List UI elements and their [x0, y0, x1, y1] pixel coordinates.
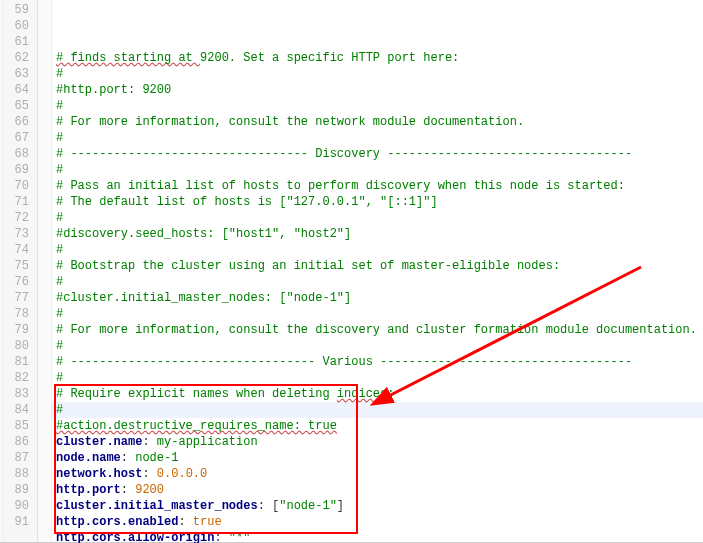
yaml-string: my-application [157, 435, 258, 449]
comment-text: indices [337, 387, 387, 401]
code-line[interactable]: # Pass an initial list of hosts to perfo… [56, 178, 703, 194]
yaml-number: 0.0.0.0 [157, 467, 207, 481]
comment-text: # [56, 67, 63, 81]
line-number: 76 [4, 274, 29, 290]
line-number: 84 [4, 402, 29, 418]
code-line[interactable]: http.cors.allow-origin: "*" [56, 530, 703, 543]
code-line[interactable]: network.host: 0.0.0.0 [56, 466, 703, 482]
yaml-key: http.cors.enabled [56, 515, 178, 529]
code-line[interactable]: # [56, 130, 703, 146]
line-number: 64 [4, 82, 29, 98]
line-number: 88 [4, 466, 29, 482]
comment-text: # --------------------------------- Disc… [56, 147, 632, 161]
line-number: 86 [4, 434, 29, 450]
line-number: 75 [4, 258, 29, 274]
code-area[interactable]: # finds starting at 9200. Set a specific… [52, 0, 703, 543]
code-line[interactable]: # [56, 210, 703, 226]
code-text: : [214, 531, 228, 543]
code-line[interactable]: # [56, 402, 703, 418]
yaml-key: http.port [56, 483, 121, 497]
line-number: 85 [4, 418, 29, 434]
line-number: 59 [4, 2, 29, 18]
line-number: 62 [4, 50, 29, 66]
comment-text: . Set a specific HTTP port here: [229, 51, 459, 65]
line-number: 74 [4, 242, 29, 258]
code-line[interactable]: cluster.name: my-application [56, 434, 703, 450]
code-line[interactable]: # ---------------------------------- Var… [56, 354, 703, 370]
line-number: 79 [4, 322, 29, 338]
code-text: : [142, 435, 156, 449]
comment-text: 9200 [200, 51, 229, 65]
comment-text: # Bootstrap the cluster using an initial… [56, 259, 560, 273]
comment-text: # [56, 131, 63, 145]
comment-text: # For more information, consult the disc… [56, 323, 697, 337]
code-line[interactable]: # [56, 66, 703, 82]
code-line[interactable]: cluster.initial_master_nodes: ["node-1"] [56, 498, 703, 514]
comment-text: # [56, 99, 63, 113]
comment-text: # [56, 211, 63, 225]
code-line[interactable]: node.name: node-1 [56, 450, 703, 466]
code-line[interactable]: # [56, 274, 703, 290]
comment-text: # [56, 339, 63, 353]
yaml-string: "*" [229, 531, 251, 543]
comment-text: # [56, 307, 63, 321]
yaml-key: cluster.name [56, 435, 142, 449]
code-line[interactable]: # The default list of hosts is ["127.0.0… [56, 194, 703, 210]
line-number: 61 [4, 34, 29, 50]
code-line[interactable]: # [56, 98, 703, 114]
code-line[interactable]: # Bootstrap the cluster using an initial… [56, 258, 703, 274]
code-text: : [121, 483, 135, 497]
code-line[interactable]: # finds starting at 9200. Set a specific… [56, 50, 703, 66]
code-line[interactable]: http.port: 9200 [56, 482, 703, 498]
code-line[interactable]: # [56, 306, 703, 322]
line-number: 91 [4, 514, 29, 530]
yaml-key: http.cors.allow-origin [56, 531, 214, 543]
comment-text: #cluster.initial_master_nodes: ["node-1"… [56, 291, 351, 305]
line-number: 90 [4, 498, 29, 514]
code-line[interactable]: # [56, 370, 703, 386]
code-text: : [178, 515, 192, 529]
line-number: 80 [4, 338, 29, 354]
yaml-bool: true [193, 515, 222, 529]
line-number: 60 [4, 18, 29, 34]
comment-text: # [56, 403, 63, 417]
line-number: 70 [4, 178, 29, 194]
code-line[interactable]: #cluster.initial_master_nodes: ["node-1"… [56, 290, 703, 306]
comment-text: # [56, 243, 63, 257]
code-text: : [ [258, 499, 280, 513]
fold-markers [38, 0, 52, 543]
code-editor[interactable]: 5960616263646566676869707172737475767778… [0, 0, 703, 543]
comment-text: # For more information, consult the netw… [56, 115, 524, 129]
code-line[interactable]: http.cors.enabled: true [56, 514, 703, 530]
code-line[interactable]: # --------------------------------- Disc… [56, 146, 703, 162]
line-number: 68 [4, 146, 29, 162]
code-line[interactable]: # [56, 162, 703, 178]
comment-text: # finds starting at [56, 51, 200, 65]
code-line[interactable]: #http.port: 9200 [56, 82, 703, 98]
line-number: 72 [4, 210, 29, 226]
gutter: 5960616263646566676869707172737475767778… [4, 0, 38, 543]
line-number: 69 [4, 162, 29, 178]
code-text: ] [337, 499, 344, 513]
comment-text: # [56, 275, 63, 289]
yaml-string: node-1 [135, 451, 178, 465]
line-number: 83 [4, 386, 29, 402]
line-number: 71 [4, 194, 29, 210]
line-number: 73 [4, 226, 29, 242]
yaml-key: node.name [56, 451, 121, 465]
line-number: 77 [4, 290, 29, 306]
code-line[interactable]: # For more information, consult the netw… [56, 114, 703, 130]
comment-text: #action.destructive_requires_name: true [56, 419, 337, 433]
comment-text: : [387, 387, 394, 401]
code-line[interactable]: # For more information, consult the disc… [56, 322, 703, 338]
line-number: 67 [4, 130, 29, 146]
code-line[interactable]: # [56, 242, 703, 258]
code-line[interactable]: #discovery.seed_hosts: ["host1", "host2"… [56, 226, 703, 242]
yaml-key: network.host [56, 467, 142, 481]
code-line[interactable]: # [56, 338, 703, 354]
line-number: 87 [4, 450, 29, 466]
code-line[interactable]: #action.destructive_requires_name: true [56, 418, 703, 434]
code-line[interactable]: # Require explicit names when deleting i… [56, 386, 703, 402]
line-number: 65 [4, 98, 29, 114]
comment-text: # Require explicit names when deleting [56, 387, 337, 401]
